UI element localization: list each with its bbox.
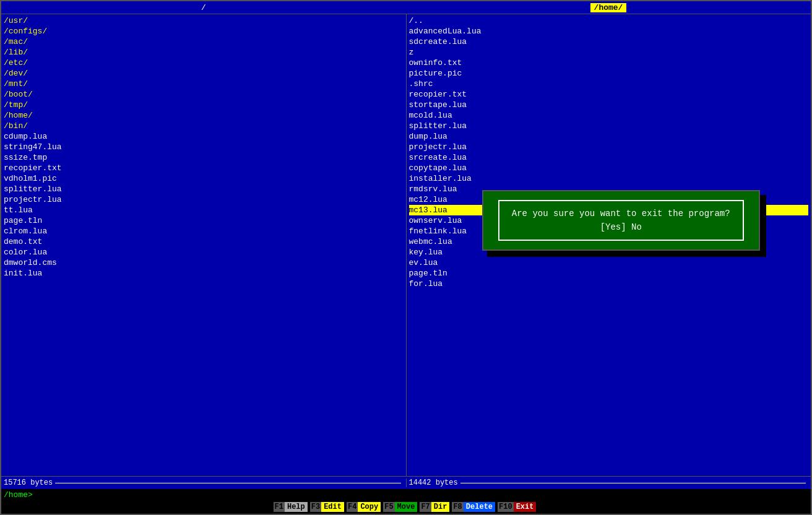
right-file-item[interactable]: copytape.lua: [409, 163, 809, 173]
left-file-item[interactable]: /configs/: [4, 26, 404, 37]
right-file-item[interactable]: installer.lua: [409, 173, 809, 184]
fn1-label: Help: [285, 502, 308, 512]
right-file-item[interactable]: srcreate.lua: [409, 152, 809, 163]
fn10-num: F10: [498, 502, 514, 512]
fn-bar: F1 Help F3 Edit F4 Copy F5 Move F7 Dir F…: [1, 500, 811, 514]
right-file-item[interactable]: owninfo.txt: [409, 58, 809, 68]
fn8-key[interactable]: F8 Delete: [452, 502, 498, 512]
left-file-item[interactable]: dmworld.cms: [4, 258, 404, 268]
left-file-item[interactable]: recopier.txt: [4, 163, 404, 173]
right-file-item[interactable]: mcold.lua: [409, 110, 809, 121]
left-file-item[interactable]: /etc/: [4, 58, 404, 68]
right-sep: [460, 483, 806, 483]
top-bar: / /home/: [1, 1, 811, 14]
main-container: / /home/ /usr//configs//mac//lib//etc//d…: [0, 0, 812, 515]
right-bytes: 14442 bytes: [409, 478, 458, 487]
top-bar-left: /: [1, 3, 406, 12]
right-file-item[interactable]: advancedLua.lua: [409, 26, 809, 37]
left-file-item[interactable]: color.lua: [4, 247, 404, 258]
right-file-item[interactable]: z: [409, 47, 809, 58]
fn8-num: F8: [452, 502, 463, 512]
left-file-item[interactable]: /dev/: [4, 68, 404, 79]
fn7-label: Dir: [431, 502, 450, 512]
fn1-key[interactable]: F1 Help: [274, 502, 310, 512]
fn3-key[interactable]: F3 Edit: [310, 502, 347, 512]
right-file-item[interactable]: projectr.lua: [409, 142, 809, 152]
left-file-item[interactable]: vdholm1.pic: [4, 173, 404, 184]
right-file-item[interactable]: .shrc: [409, 79, 809, 89]
left-file-item[interactable]: init.lua: [4, 268, 404, 279]
fn4-num: F4: [347, 502, 358, 512]
right-file-item[interactable]: stortape.lua: [409, 100, 809, 110]
left-file-list: /usr//configs//mac//lib//etc//dev//mnt//…: [4, 15, 404, 475]
left-file-item[interactable]: cdump.lua: [4, 131, 404, 142]
fn7-key[interactable]: F7 Dir: [420, 502, 452, 512]
fn1-num: F1: [274, 502, 285, 512]
panels: /usr//configs//mac//lib//etc//dev//mnt//…: [1, 14, 811, 477]
right-panel-status: 14442 bytes: [406, 478, 811, 487]
fn5-num: F5: [383, 502, 394, 512]
left-panel: /usr//configs//mac//lib//etc//dev//mnt//…: [1, 14, 407, 476]
path-bar: /home>: [1, 489, 811, 500]
left-file-item[interactable]: /usr/: [4, 15, 404, 26]
fn5-key[interactable]: F5 Move: [383, 502, 420, 512]
right-file-item[interactable]: dump.lua: [409, 131, 809, 142]
fn4-label: Copy: [358, 502, 381, 512]
right-file-item[interactable]: /..: [409, 15, 809, 26]
dialog-text: Are you sure you want to exit the progra…: [512, 209, 730, 219]
left-file-item[interactable]: /tmp/: [4, 100, 404, 110]
left-file-item[interactable]: page.tln: [4, 215, 404, 226]
fn3-label: Edit: [321, 502, 344, 512]
left-file-item[interactable]: string47.lua: [4, 142, 404, 152]
right-file-item[interactable]: for.lua: [409, 279, 809, 289]
path-text: /home>: [4, 490, 33, 500]
left-file-item[interactable]: /bin/: [4, 121, 404, 131]
left-file-item[interactable]: /lib/: [4, 47, 404, 58]
fn10-label: Exit: [514, 502, 537, 512]
left-file-item[interactable]: /home/: [4, 110, 404, 121]
fn3-num: F3: [310, 502, 321, 512]
left-file-item[interactable]: demo.txt: [4, 236, 404, 247]
status-bar: 15716 bytes 14442 bytes: [1, 477, 811, 489]
fn7-num: F7: [420, 502, 431, 512]
left-file-item[interactable]: /mac/: [4, 37, 404, 47]
left-path-label: /: [201, 3, 206, 12]
left-file-item[interactable]: /boot/: [4, 89, 404, 100]
fn10-key[interactable]: F10 Exit: [498, 502, 538, 512]
left-file-item[interactable]: /mnt/: [4, 79, 404, 89]
dialog-options[interactable]: [Yes] No: [512, 222, 730, 232]
right-file-item[interactable]: ev.lua: [409, 258, 809, 268]
right-panel: /..advancedLua.luasdcreate.luazowninfo.t…: [407, 14, 811, 476]
left-bytes: 15716 bytes: [4, 478, 53, 487]
right-file-item[interactable]: page.tln: [409, 268, 809, 279]
left-file-item[interactable]: tt.lua: [4, 205, 404, 215]
fn4-key[interactable]: F4 Copy: [347, 502, 383, 512]
left-file-item[interactable]: projectr.lua: [4, 194, 404, 205]
right-file-item[interactable]: recopier.txt: [409, 89, 809, 100]
left-sep: [55, 483, 400, 483]
right-file-item[interactable]: splitter.lua: [409, 121, 809, 131]
fn5-label: Move: [395, 502, 418, 512]
left-file-item[interactable]: clrom.lua: [4, 226, 404, 236]
left-panel-status: 15716 bytes: [1, 478, 406, 487]
right-file-item[interactable]: sdcreate.lua: [409, 37, 809, 47]
top-bar-right: /home/: [406, 3, 811, 12]
right-path-label: /home/: [590, 3, 627, 12]
exit-dialog[interactable]: Are you sure you want to exit the progra…: [482, 190, 760, 251]
fn8-label: Delete: [464, 502, 495, 512]
left-file-item[interactable]: splitter.lua: [4, 184, 404, 194]
left-file-item[interactable]: ssize.tmp: [4, 152, 404, 163]
dialog-inner: Are you sure you want to exit the progra…: [498, 200, 744, 241]
right-file-item[interactable]: picture.pic: [409, 68, 809, 79]
